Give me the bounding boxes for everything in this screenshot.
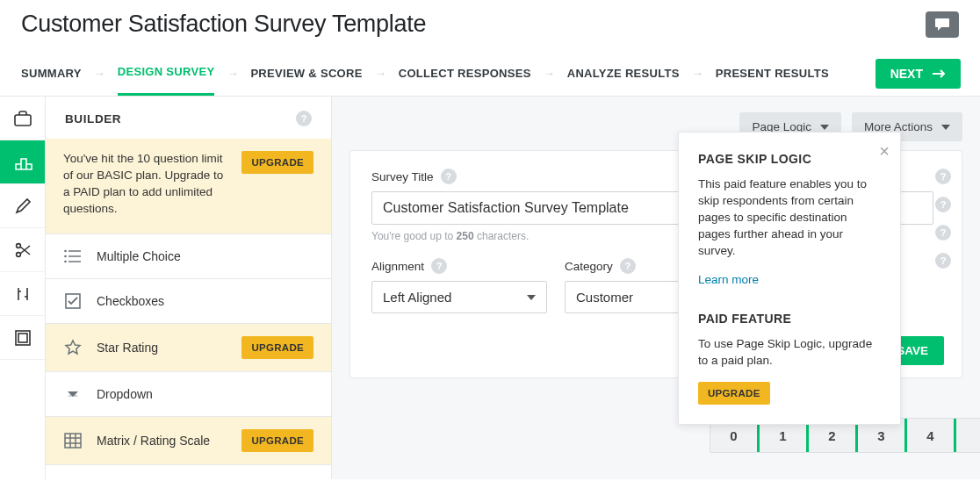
chevron-right-icon: → (227, 67, 238, 80)
nav-item-summary[interactable]: SUMMARY (21, 52, 82, 95)
question-type-multiple-choice[interactable]: Multiple Choice (46, 234, 331, 279)
question-type-matrix[interactable]: Matrix / Rating Scale UPGRADE (46, 417, 331, 465)
help-icon[interactable]: ? (431, 258, 447, 274)
upgrade-button[interactable]: UPGRADE (241, 336, 313, 359)
page-title: Customer Satisfaction Survey Template (21, 11, 426, 38)
chevron-down-icon (941, 125, 950, 130)
popover-body: This paid feature enables you to skip re… (698, 176, 881, 259)
feedback-button[interactable] (926, 11, 959, 38)
nav-item-collect-responses[interactable]: COLLECT RESPONSES (399, 52, 531, 95)
nav-item-preview-score[interactable]: PREVIEW & SCORE (250, 52, 362, 95)
rail-item-style[interactable] (0, 184, 45, 228)
upgrade-notice: You've hit the 10 question limit of our … (46, 139, 331, 234)
dropdown-icon (63, 384, 83, 404)
help-icon[interactable]: ? (935, 225, 951, 240)
rail-item-options[interactable] (0, 272, 45, 316)
question-type-star-rating[interactable]: Star Rating UPGRADE (46, 324, 331, 372)
checkbox-icon (63, 291, 83, 311)
close-icon[interactable]: × (879, 141, 890, 162)
svg-rect-0 (15, 115, 31, 126)
builder-sidebar: BUILDER ? You've hit the 10 question lim… (46, 97, 332, 479)
question-type-dropdown[interactable]: Dropdown (46, 372, 331, 417)
learn-more-link[interactable]: Learn more (698, 273, 759, 286)
help-icon[interactable]: ? (441, 169, 457, 184)
svg-rect-4 (18, 334, 27, 342)
help-icon[interactable]: ? (935, 197, 951, 212)
category-value: Customer (576, 290, 633, 305)
briefcase-icon (13, 110, 32, 127)
page-skip-logic-popover: × PAGE SKIP LOGIC This paid feature enab… (678, 132, 901, 425)
layout-icon (14, 329, 32, 347)
chevron-down-icon (527, 295, 536, 300)
survey-title-label: Survey Title (371, 170, 434, 183)
help-icon[interactable]: ? (935, 253, 951, 269)
svg-point-7 (64, 260, 67, 262)
nav-item-design-survey[interactable]: DESIGN SURVEY (118, 50, 215, 96)
chevron-right-icon: → (544, 67, 555, 80)
svg-point-6 (64, 255, 67, 257)
paid-feature-body: To use Page Skip Logic, upgrade to a pai… (698, 336, 881, 370)
chevron-down-icon (820, 125, 829, 130)
arrow-right-icon (932, 69, 946, 78)
question-type-label: Multiple Choice (97, 249, 313, 263)
nav-item-present-results[interactable]: PRESENT RESULTS (716, 52, 829, 95)
list-icon (63, 247, 83, 266)
upgrade-notice-text: You've hit the 10 question limit of our … (63, 151, 229, 218)
popover-title: PAGE SKIP LOGIC (698, 152, 881, 166)
question-type-label: Matrix / Rating Scale (97, 434, 227, 448)
sliders-icon (14, 285, 32, 303)
question-type-label: Star Rating (97, 341, 227, 355)
alignment-select[interactable]: Left Aligned (371, 281, 547, 313)
blocks-icon (13, 154, 32, 171)
chevron-right-icon: → (94, 67, 105, 80)
star-icon (63, 338, 83, 357)
svg-rect-9 (65, 434, 81, 448)
next-button[interactable]: NEXT (876, 59, 961, 89)
question-type-checkboxes[interactable]: Checkboxes (46, 279, 331, 324)
category-label: Category (565, 260, 613, 273)
upgrade-button[interactable]: UPGRADE (241, 429, 313, 452)
speech-bubble-icon (934, 18, 950, 32)
next-button-label: NEXT (890, 67, 923, 81)
upgrade-button[interactable]: UPGRADE (241, 151, 313, 174)
question-type-label: Checkboxes (97, 294, 313, 308)
upgrade-button[interactable]: UPGRADE (698, 382, 770, 405)
matrix-icon (63, 431, 83, 450)
scissors-icon (14, 241, 32, 259)
builder-title: BUILDER (65, 112, 121, 126)
chevron-right-icon: → (692, 67, 703, 80)
nav-item-analyze-results[interactable]: ANALYZE RESULTS (567, 52, 680, 95)
alignment-value: Left Aligned (383, 290, 451, 305)
tool-rail (0, 97, 46, 479)
chevron-right-icon: → (375, 67, 386, 80)
rail-item-logic[interactable] (0, 228, 45, 272)
paid-feature-title: PAID FEATURE (698, 312, 881, 326)
question-type-label: Dropdown (97, 387, 313, 401)
rail-item-bank[interactable] (0, 97, 45, 140)
pencil-icon (14, 197, 32, 215)
help-icon[interactable]: ? (296, 111, 312, 126)
help-icon[interactable]: ? (620, 258, 636, 274)
rail-item-builder[interactable] (0, 140, 45, 184)
alignment-label: Alignment (371, 260, 424, 273)
help-icon[interactable]: ? (935, 169, 951, 184)
rail-item-layout[interactable] (0, 316, 45, 360)
scale-cell[interactable]: 4 (907, 419, 956, 452)
nav-tabs: SUMMARY → DESIGN SURVEY → PREVIEW & SCOR… (0, 50, 980, 97)
svg-point-5 (64, 249, 67, 252)
